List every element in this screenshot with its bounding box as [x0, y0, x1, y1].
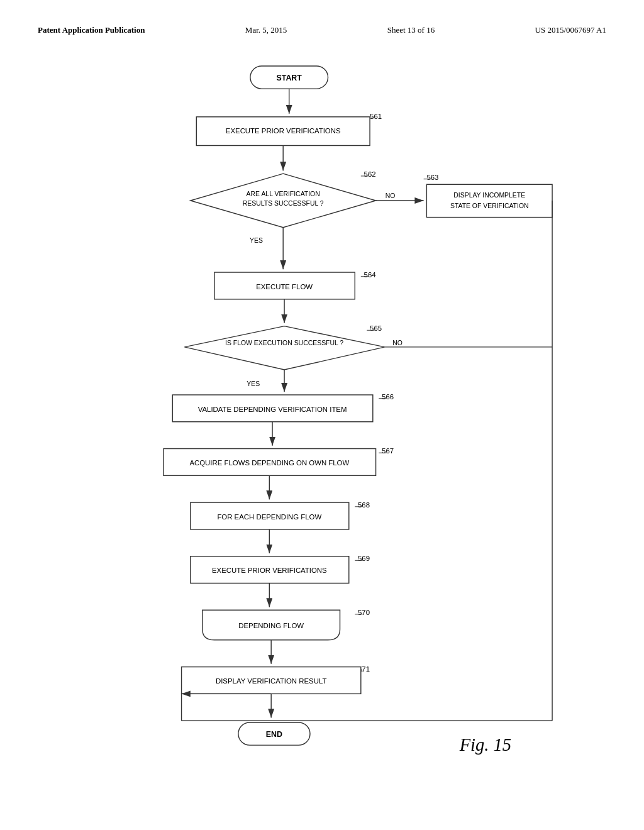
no-label-565: NO [392, 340, 402, 346]
flowchart-diagram: START 561 EXECUTE PRIOR VERIFICATIONS 56… [38, 54, 606, 783]
node-563-label-1: DISPLAY INCOMPLETE [453, 192, 525, 199]
node-565 [184, 326, 385, 370]
node-562-label-2: RESULTS SUCCESSFUL ? [243, 200, 324, 207]
page-header: Patent Application Publication Mar. 5, 2… [38, 25, 606, 35]
header-patent-number: US 2015/0067697 A1 [535, 25, 606, 35]
node-567-label: ACQUIRE FLOWS DEPENDING ON OWN FLOW [189, 459, 349, 467]
start-label: START [277, 74, 303, 82]
header-date: Mar. 5, 2015 [245, 25, 287, 35]
yes-label-562: YES [250, 237, 263, 244]
node-561-label: EXECUTE PRIOR VERIFICATIONS [226, 127, 341, 135]
node-570-label: DEPENDING FLOW [238, 622, 304, 629]
header-publication-label: Patent Application Publication [38, 25, 145, 35]
figure-label: Fig. 15 [459, 735, 511, 755]
ref-565: 565 [370, 324, 382, 332]
ref-569: 569 [358, 555, 370, 562]
node-569-label: EXECUTE PRIOR VERIFICATIONS [212, 567, 327, 574]
node-571-label: DISPLAY VERIFICATION RESULT [216, 677, 326, 685]
node-566-label: VALIDATE DEPENDING VERIFICATION ITEM [198, 406, 347, 413]
ref-561: 561 [370, 113, 382, 120]
ref-567: 567 [382, 447, 394, 455]
ref-562: 562 [364, 170, 376, 178]
node-563-label-2: STATE OF VERIFICATION [450, 202, 529, 209]
yes-label-565: YES [247, 380, 260, 387]
ref-564: 564 [364, 271, 376, 279]
header-sheet: Sheet 13 of 16 [387, 25, 435, 35]
node-563 [426, 184, 552, 217]
ref-566: 566 [382, 393, 394, 401]
node-565-label-1: IS FLOW EXECUTION SUCCESSFUL ? [225, 340, 343, 346]
ref-570: 570 [358, 609, 370, 616]
flowchart-svg: START 561 EXECUTE PRIOR VERIFICATIONS 56… [38, 54, 606, 783]
page: Patent Application Publication Mar. 5, 2… [0, 0, 644, 830]
end-label: END [266, 730, 282, 739]
no-label-562: NO [386, 192, 396, 199]
node-564-label: EXECUTE FLOW [256, 283, 313, 290]
ref-563: 563 [426, 174, 438, 181]
node-562-label-1: ARE ALL VERIFICATION [247, 191, 320, 197]
ref-568: 568 [358, 501, 370, 509]
node-568-label: FOR EACH DEPENDING FLOW [217, 513, 321, 521]
